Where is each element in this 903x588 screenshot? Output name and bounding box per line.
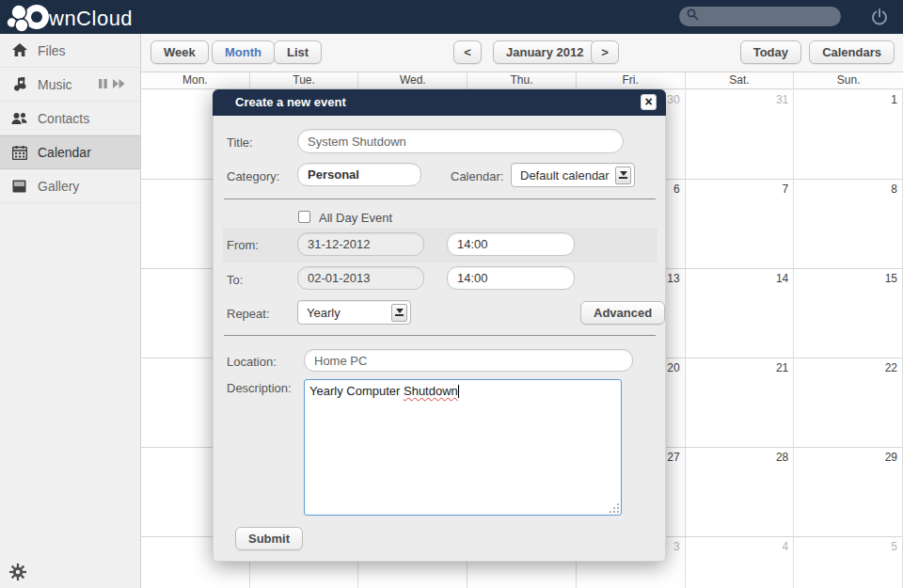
to-label: To: bbox=[227, 273, 243, 287]
day-number: 29 bbox=[885, 451, 897, 464]
from-time-input[interactable] bbox=[447, 232, 575, 256]
chevron-down-icon bbox=[615, 167, 631, 184]
sidebar-item-label: Files bbox=[38, 43, 66, 58]
day-number: 21 bbox=[776, 361, 788, 374]
day-cell[interactable]: 31 bbox=[686, 90, 795, 180]
calendar-toolbar: Week Month List < January 2012 > Today C… bbox=[141, 34, 903, 72]
allday-checkbox[interactable] bbox=[298, 211, 310, 223]
day-cell[interactable]: 22 bbox=[794, 358, 903, 448]
chevron-down-icon bbox=[391, 304, 407, 322]
day-cell[interactable]: 8 bbox=[794, 180, 903, 269]
month-view-button[interactable]: Month bbox=[212, 40, 275, 64]
day-cell[interactable]: 5 bbox=[794, 537, 903, 588]
title-label: Title: bbox=[227, 135, 253, 150]
repeat-select[interactable]: Yearly bbox=[297, 300, 411, 325]
day-number: 31 bbox=[776, 93, 788, 106]
list-view-button[interactable]: List bbox=[274, 40, 322, 64]
sidebar-item-label: Contacts bbox=[38, 111, 89, 126]
resize-grip[interactable] bbox=[609, 502, 619, 513]
sidebar-item-music[interactable]: Music bbox=[0, 68, 140, 102]
description-misspelled-word: Shutdown bbox=[404, 384, 458, 398]
allday-label: All Day Event bbox=[319, 211, 392, 225]
app-title: wnCloud bbox=[49, 7, 133, 31]
repeat-label: Repeat: bbox=[227, 307, 270, 321]
sidebar-item-label: Gallery bbox=[38, 179, 79, 194]
day-number: 28 bbox=[776, 451, 788, 464]
weekday-header: Tue. bbox=[250, 72, 359, 88]
event-title-input[interactable] bbox=[297, 129, 624, 153]
dialog-titlebar[interactable]: Create a new event × bbox=[213, 89, 666, 116]
dialog-title: Create a new event bbox=[213, 89, 666, 116]
calendars-button[interactable]: Calendars bbox=[809, 40, 895, 64]
day-number: 7 bbox=[783, 183, 789, 196]
day-cell[interactable]: 4 bbox=[686, 537, 795, 588]
day-cell[interactable]: 28 bbox=[686, 448, 795, 537]
day-number: 1 bbox=[891, 93, 897, 106]
search-icon bbox=[686, 8, 700, 25]
week-view-button[interactable]: Week bbox=[150, 40, 209, 64]
day-number: 8 bbox=[891, 183, 897, 196]
from-date-input[interactable] bbox=[297, 232, 424, 256]
day-number: 13 bbox=[667, 272, 679, 285]
day-cell[interactable]: 1 bbox=[794, 90, 903, 180]
sidebar-item-label: Calendar bbox=[38, 145, 91, 160]
repeat-select-value: Yearly bbox=[298, 306, 391, 320]
weekday-header-row: Mon. Tue. Wed. Thu. Fri. Sat. Sun. bbox=[141, 72, 903, 89]
day-number: 4 bbox=[783, 540, 789, 553]
calendar-select[interactable]: Default calendar bbox=[511, 163, 635, 187]
day-number: 5 bbox=[891, 540, 897, 553]
next-month-button[interactable]: > bbox=[591, 40, 619, 64]
settings-gear-icon[interactable] bbox=[9, 564, 26, 580]
pause-icon[interactable] bbox=[98, 77, 108, 92]
weekday-header: Sat. bbox=[686, 72, 795, 88]
to-date-input[interactable] bbox=[297, 266, 424, 290]
weekday-header: Sun. bbox=[794, 72, 903, 88]
sidebar-item-files[interactable]: Files bbox=[0, 34, 140, 68]
search-input[interactable] bbox=[679, 7, 841, 26]
sidebar-item-calendar[interactable]: Calendar bbox=[0, 135, 140, 169]
divider bbox=[224, 199, 656, 199]
day-cell[interactable]: 14 bbox=[686, 269, 795, 358]
day-cell[interactable]: 15 bbox=[794, 269, 903, 358]
submit-button[interactable]: Submit bbox=[235, 527, 303, 550]
category-label: Category: bbox=[227, 169, 279, 183]
description-label: Description: bbox=[227, 381, 292, 395]
calendar-select-label: Calendar: bbox=[451, 169, 503, 183]
day-cell[interactable]: 29 bbox=[794, 448, 903, 537]
day-cell[interactable]: 21 bbox=[686, 358, 795, 448]
sidebar-item-contacts[interactable]: Contacts bbox=[0, 102, 140, 135]
day-number: 27 bbox=[667, 451, 679, 464]
day-number: 30 bbox=[667, 93, 679, 106]
weekday-header: Wed. bbox=[358, 72, 467, 88]
close-icon[interactable]: × bbox=[641, 94, 657, 110]
gallery-picture-icon bbox=[11, 178, 27, 194]
from-label: From: bbox=[227, 238, 259, 252]
current-period-button[interactable]: January 2012 bbox=[493, 40, 596, 64]
dialog-body: Title: Category: Calendar: Default calen… bbox=[213, 116, 666, 562]
sidebar: Files Music bbox=[0, 34, 141, 588]
from-row-band bbox=[223, 228, 657, 262]
day-number: 20 bbox=[667, 361, 679, 374]
location-input[interactable] bbox=[304, 349, 633, 372]
next-track-icon[interactable] bbox=[112, 77, 126, 92]
music-note-icon bbox=[11, 76, 27, 92]
owncloud-logo: wnCloud bbox=[6, 1, 133, 37]
today-button[interactable]: Today bbox=[740, 40, 801, 64]
logout-power-icon[interactable] bbox=[870, 8, 889, 26]
advanced-button[interactable]: Advanced bbox=[580, 301, 665, 325]
category-input[interactable] bbox=[297, 163, 421, 186]
day-number: 22 bbox=[885, 361, 897, 374]
contacts-people-icon bbox=[11, 110, 27, 126]
day-cell[interactable]: 7 bbox=[686, 180, 795, 269]
weekday-header: Thu. bbox=[467, 72, 577, 88]
to-time-input[interactable] bbox=[447, 266, 575, 290]
weekday-header: Mon. bbox=[141, 72, 250, 88]
music-mini-player bbox=[98, 77, 126, 92]
description-textarea[interactable]: Yearly Computer Shutdown bbox=[304, 379, 622, 516]
cloud-logo-icon bbox=[6, 1, 55, 37]
location-label: Location: bbox=[227, 355, 277, 369]
home-icon bbox=[11, 42, 27, 58]
sidebar-item-gallery[interactable]: Gallery bbox=[0, 169, 140, 203]
description-text: Yearly Computer bbox=[309, 384, 400, 398]
prev-month-button[interactable]: < bbox=[453, 40, 482, 64]
